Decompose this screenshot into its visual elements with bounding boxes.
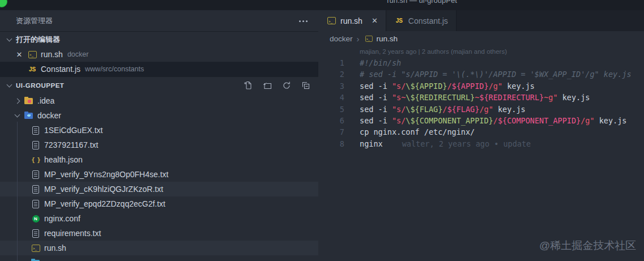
file-name: .idea bbox=[37, 96, 54, 105]
project-tree: .idea docker 1SEiCdGuEX.txt 7237921167.t… bbox=[0, 93, 318, 261]
line-content: nginxwalter, 2 years ago • update bbox=[360, 138, 531, 149]
line-number: 1 bbox=[318, 57, 344, 69]
code-line[interactable]: 6 sed -i "s/\${COMPONENT_APPID}/${COMPON… bbox=[318, 115, 644, 126]
editor-tab[interactable]: run.sh ✕ bbox=[318, 10, 386, 31]
file-icon bbox=[31, 185, 41, 194]
code-line[interactable]: 2 # sed -i "s/APPID = '\(.*\)'/APPID = '… bbox=[318, 69, 644, 80]
tree-item[interactable] bbox=[0, 255, 318, 261]
line-content: cp nginx.conf /etc/nginx/ bbox=[360, 126, 475, 138]
code-token: / bbox=[447, 82, 451, 91]
tree-item[interactable]: 1SEiCdGuEX.txt bbox=[0, 123, 318, 138]
file-icon bbox=[27, 50, 37, 59]
file-icon bbox=[31, 155, 41, 164]
file-icon bbox=[27, 65, 37, 74]
code-line[interactable]: 8 nginxwalter, 2 years ago • update bbox=[318, 138, 644, 149]
line-content: # sed -i "s/APPID = '\(.*\)'/APPID = '$W… bbox=[360, 69, 632, 80]
file-detail: www/src/constants bbox=[85, 65, 144, 73]
indent-guide bbox=[17, 122, 18, 261]
chevron-down-icon[interactable] bbox=[6, 38, 12, 41]
chevron-icon[interactable] bbox=[14, 99, 20, 103]
code-token: sed -i bbox=[360, 116, 392, 125]
tree-item[interactable]: MP_verify_9Yns2ng8Op0FH4se.txt bbox=[0, 167, 318, 182]
window-title: run.sh — ui-groupPet bbox=[357, 0, 487, 5]
code-token: \${APPID} bbox=[406, 82, 447, 91]
tree-item[interactable]: MP_verify_cK9hlziQGJrZKzoR.txt bbox=[0, 182, 318, 196]
code-token: walter, 2 years ago • update bbox=[402, 139, 531, 148]
code-token: ${COMPONENT_APPID} bbox=[498, 116, 581, 125]
line-number: 2 bbox=[318, 69, 344, 80]
code-line[interactable]: 7 cp nginx.conf /etc/nginx/ bbox=[318, 126, 644, 138]
code-token: key.js bbox=[502, 82, 535, 91]
file-icon bbox=[394, 16, 404, 25]
code-token: /g" bbox=[581, 116, 594, 125]
tree-item[interactable]: health.json bbox=[0, 152, 318, 167]
code-token: sed -i bbox=[360, 105, 392, 114]
code-token: key.js bbox=[595, 116, 627, 125]
tab-bar: run.sh ✕ Constant.js bbox=[318, 10, 644, 31]
code-token: /g" bbox=[479, 105, 493, 114]
breadcrumb-file[interactable]: run.sh bbox=[377, 35, 398, 43]
code-line[interactable]: 3 sed -i "s/\${APPID}/${APPID}/g" key.js bbox=[318, 80, 644, 92]
tree-item[interactable]: run.sh bbox=[0, 241, 318, 255]
code-token: "s/ bbox=[392, 105, 406, 114]
tree-item[interactable]: .idea bbox=[0, 93, 318, 108]
file-icon bbox=[31, 258, 41, 261]
code-line[interactable]: 4 sed -i "s~\${REDIRECTURL}~${REDIRECTUR… bbox=[318, 92, 644, 103]
file-icon bbox=[24, 96, 34, 105]
tree-item[interactable]: docker bbox=[0, 108, 318, 123]
collapse-all-icon[interactable] bbox=[301, 81, 310, 90]
code-token: \${REDIRECTURL} bbox=[406, 93, 475, 102]
more-actions-icon[interactable] bbox=[299, 18, 308, 24]
explorer-title-row: 资源管理器 bbox=[0, 10, 318, 31]
project-actions bbox=[244, 81, 318, 90]
chevron-icon[interactable] bbox=[14, 114, 20, 117]
close-icon[interactable]: ✕ bbox=[372, 16, 378, 25]
tree-item[interactable]: nginx.conf bbox=[0, 211, 318, 226]
code-token: cp nginx.conf /etc/nginx/ bbox=[360, 127, 475, 136]
file-name: Constant.js bbox=[41, 65, 80, 74]
close-icon[interactable]: ✕ bbox=[15, 50, 24, 59]
open-editor-item[interactable]: Constant.js www/src/constants bbox=[0, 62, 318, 76]
code-token: "s/ bbox=[392, 116, 406, 125]
editor-tab[interactable]: Constant.js bbox=[386, 10, 457, 31]
line-content: sed -i "s/\${COMPONENT_APPID}/${COMPONEN… bbox=[360, 115, 626, 126]
open-editors-list: ✕ run.sh docker Constant.js www/src/cons… bbox=[0, 47, 318, 76]
file-name: 7237921167.txt bbox=[44, 140, 99, 149]
tree-item[interactable]: 7237921167.txt bbox=[0, 138, 318, 152]
tree-item[interactable]: MP_verify_epqd2ZDzqq2ecG2f.txt bbox=[0, 196, 318, 211]
project-header[interactable]: UI-GROUPPET bbox=[0, 76, 318, 93]
tree-item[interactable]: requirements.txt bbox=[0, 226, 318, 241]
file-icon bbox=[31, 243, 41, 253]
editor-body[interactable]: docker › run.sh majian, 2 years ago | 2 … bbox=[318, 31, 644, 261]
explorer-title: 资源管理器 bbox=[16, 16, 53, 26]
tab-label: run.sh bbox=[340, 16, 362, 25]
open-editors-label: 打开的编辑器 bbox=[16, 35, 60, 45]
code-lines: 1 #!/bin/sh 2 # sed -i "s/APPID = '\(.*\… bbox=[318, 57, 644, 149]
code-line[interactable]: 5 sed -i "s/\${FLAG}/${FLAG}/g" key.js bbox=[318, 104, 644, 115]
new-folder-icon[interactable] bbox=[263, 81, 272, 90]
open-editors-header[interactable]: 打开的编辑器 bbox=[0, 31, 318, 47]
file-name: run.sh bbox=[41, 50, 63, 59]
line-content: sed -i "s~\${REDIRECTURL}~${REDIRECTURL}… bbox=[360, 92, 590, 103]
line-number: 3 bbox=[318, 80, 344, 92]
code-token: # sed -i "s/APPID = '\(.*\)'/APPID = '$W… bbox=[360, 70, 632, 79]
code-token: key.js bbox=[558, 93, 590, 102]
file-detail: docker bbox=[67, 50, 89, 58]
breadcrumb-folder[interactable]: docker bbox=[330, 35, 353, 43]
code-line[interactable]: 1 #!/bin/sh bbox=[318, 57, 644, 69]
file-name: MP_verify_9Yns2ng8Op0FH4se.txt bbox=[44, 170, 168, 179]
explorer-sidebar: 资源管理器 打开的编辑器 ✕ run.sh docker Constant.js… bbox=[0, 10, 319, 261]
file-icon bbox=[31, 140, 41, 149]
watermark: @稀土掘金技术社区 bbox=[539, 238, 636, 253]
open-editor-item[interactable]: ✕ run.sh docker bbox=[0, 47, 318, 62]
tab-label: Constant.js bbox=[408, 16, 448, 25]
new-file-icon[interactable] bbox=[244, 81, 253, 90]
file-icon bbox=[326, 16, 336, 25]
chevron-down-icon[interactable] bbox=[6, 84, 12, 87]
line-number: 4 bbox=[318, 92, 344, 103]
project-label: UI-GROUPPET bbox=[16, 82, 64, 89]
file-name: nginx.conf bbox=[44, 214, 80, 223]
refresh-icon[interactable] bbox=[282, 81, 291, 90]
file-name: MP_verify_cK9hlziQGJrZKzoR.txt bbox=[44, 185, 163, 194]
file-icon bbox=[24, 111, 34, 120]
